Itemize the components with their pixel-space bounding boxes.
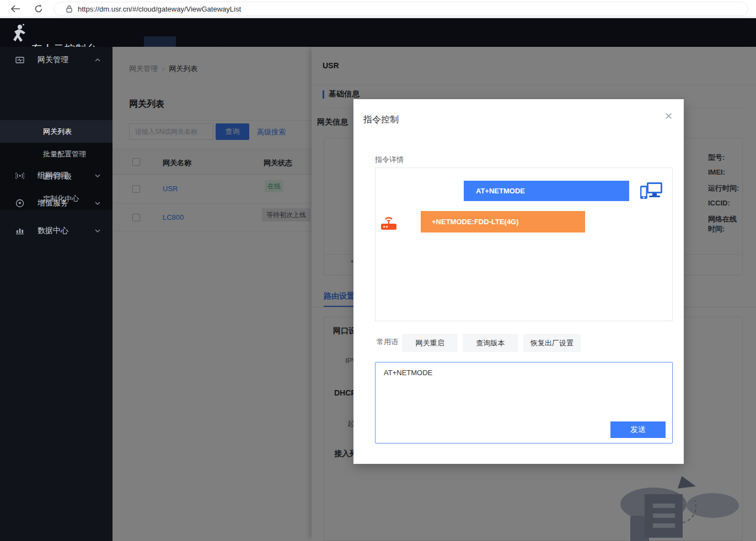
command-history-box: AT+NETMODE +NETMODE:FDD-LTE(4G) (375, 167, 673, 321)
sidebar-item-label: 网关管理 (37, 55, 68, 65)
sidebar-item-batch-config[interactable]: 批量配置管理 (0, 143, 112, 165)
network-icon (15, 171, 24, 180)
url-text: https://dm.usr.cn/#/cloud/gateway/ViewGa… (78, 5, 241, 13)
gateway-response-bubble: +NETMODE:FDD-LTE(4G) (421, 211, 585, 232)
usr-logo-icon (11, 24, 28, 42)
data-center-icon (15, 226, 24, 235)
browser-chrome: https://dm.usr.cn/#/cloud/gateway/ViewGa… (0, 0, 756, 18)
back-icon[interactable] (9, 3, 22, 15)
chevron-down-icon (95, 202, 100, 205)
sidebar: 网关管理 网关列表 批量配置管理 固件升级 定制化中心 组网管理 增值服务 数据… (0, 47, 112, 541)
sidebar-item-networking[interactable]: 组网管理 (0, 163, 112, 189)
chevron-up-icon (95, 58, 100, 62)
command-detail-label: 指令详情 (375, 155, 404, 165)
chevron-down-icon (95, 229, 100, 232)
client-device-icon (639, 181, 663, 202)
send-button[interactable]: 发送 (610, 421, 666, 438)
quick-button-factory-reset[interactable]: 恢复出厂设置 (523, 334, 581, 352)
gateway-router-icon (379, 212, 399, 231)
chevron-down-icon (95, 174, 100, 177)
gateway-icon (15, 56, 24, 64)
app-header: 有人云控制台 www.usr.cn IoT DM SIM 官方商城 (0, 18, 756, 47)
sidebar-item-label: 数据中心 (37, 226, 68, 236)
sidebar-item-label: 组网管理 (37, 171, 68, 181)
sent-command-bubble: AT+NETMODE (464, 181, 629, 201)
lock-icon (66, 5, 72, 13)
command-control-modal: 指令控制 ✕ 指令详情 AT+NETMODE +NETMODE:FDD-LTE(… (353, 99, 684, 464)
url-bar[interactable]: https://dm.usr.cn/#/cloud/gateway/ViewGa… (53, 2, 748, 16)
sidebar-item-label: 增值服务 (37, 198, 68, 208)
quick-button-query-version[interactable]: 查询版本 (463, 334, 518, 352)
sidebar-item-value-added[interactable]: 增值服务 (0, 190, 112, 217)
modal-title: 指令控制 (363, 114, 399, 126)
sidebar-item-data-center[interactable]: 数据中心 (0, 218, 112, 244)
quick-button-reboot[interactable]: 网关重启 (402, 334, 458, 352)
close-icon[interactable]: ✕ (664, 110, 673, 122)
command-input-value[interactable]: AT+NETMODE (384, 369, 432, 377)
quick-phrases-label: 常用语 (377, 337, 398, 347)
sidebar-item-gateway-management[interactable]: 网关管理 (0, 47, 112, 73)
value-added-icon (15, 199, 24, 208)
sidebar-item-gateway-list[interactable]: 网关列表 (0, 120, 112, 143)
refresh-icon[interactable] (32, 3, 45, 15)
app-window: https://dm.usr.cn/#/cloud/gateway/ViewGa… (0, 0, 756, 541)
command-input-box[interactable]: AT+NETMODE 发送 (375, 362, 673, 443)
